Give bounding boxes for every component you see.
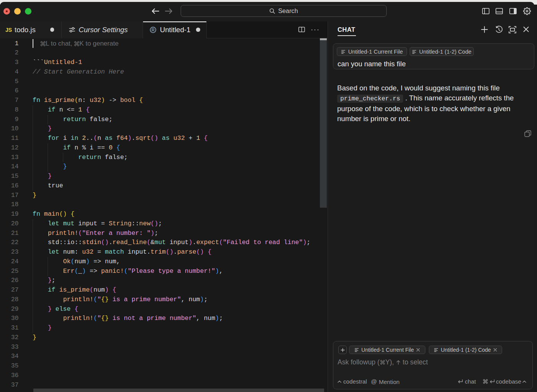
svg-text:R: R [152, 28, 155, 32]
